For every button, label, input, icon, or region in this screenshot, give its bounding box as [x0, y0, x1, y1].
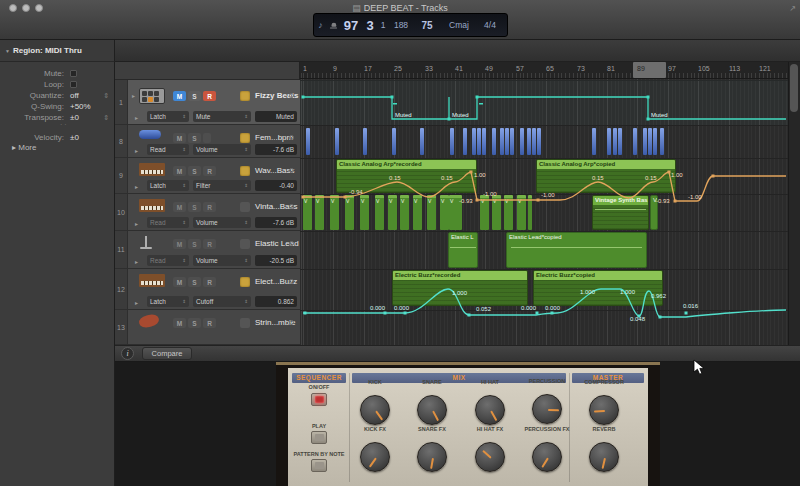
minimize-window-icon[interactable] — [22, 4, 30, 12]
solo-button[interactable]: S — [188, 318, 201, 328]
automation-mode-select[interactable]: Read⇕ — [147, 255, 189, 266]
record-enable-button[interactable]: R — [203, 318, 216, 328]
mute-button[interactable]: M — [173, 202, 186, 212]
mute-button[interactable]: M — [173, 318, 186, 328]
automation-value[interactable]: -20.5 dB — [255, 255, 297, 266]
region-classic-analog-arp-recorded[interactable]: Classic Analog Arp*recorded — [336, 159, 477, 193]
midi-region-chip[interactable] — [528, 195, 532, 230]
record-enable-button[interactable]: R — [203, 202, 216, 212]
midi-region-chip[interactable]: V — [492, 195, 501, 230]
midi-region-chip[interactable]: V — [449, 195, 462, 230]
sequencer-play-button[interactable] — [311, 431, 327, 444]
track-header-elastic-lead[interactable]: 11MSRElastic Lead▸Read⇕Volume⇕-20.5 dB — [115, 231, 300, 269]
midi-region-chip[interactable]: V — [440, 195, 449, 230]
region-param-row[interactable]: Q-Swing:+50% — [0, 101, 115, 112]
automation-mode-select[interactable]: Latch⇕ — [147, 111, 189, 122]
automation-icon[interactable] — [240, 202, 250, 212]
snare-knob[interactable] — [417, 395, 447, 425]
reverb-knob[interactable] — [589, 442, 619, 472]
midi-region-chip[interactable]: V — [517, 195, 526, 230]
automation-icon[interactable] — [240, 239, 250, 249]
more-disclosure[interactable]: ▸ More — [12, 143, 36, 152]
region-elastic-l[interactable]: Elastic L — [448, 232, 478, 268]
midi-region-chip[interactable]: V — [303, 195, 312, 230]
track-header-fizzy-beats[interactable]: 1▸MSRFizzy Beats▸Latch⇕Mute⇕Muted — [115, 80, 300, 125]
track-disclosure-icon[interactable]: ▸ — [132, 92, 135, 99]
automation-icon[interactable] — [240, 277, 250, 287]
mute-button[interactable]: M — [173, 277, 186, 287]
percussion-knob[interactable] — [532, 394, 562, 424]
region-inspector-header[interactable]: ▼ Region: MIDI Thru — [0, 40, 115, 62]
plugin-info-button[interactable]: i — [121, 347, 134, 360]
automation-icon[interactable] — [240, 133, 250, 143]
track-header-fem-bpm[interactable]: 8MSFem...bpm▸Read⇕Volume⇕-7.6 dB — [115, 125, 300, 158]
midi-region-chip[interactable]: V — [345, 195, 354, 230]
track-header-elect-buzz[interactable]: 12MSRElect...Buzz▸Latch⇕Cutoff⇕0.862 — [115, 269, 300, 310]
lcd-bar[interactable]: 97 — [339, 18, 363, 33]
lcd-display[interactable]: ♪ 97 3 1 188 75 Cmaj 4/4 — [313, 13, 508, 37]
record-enable-button[interactable]: R — [203, 239, 216, 249]
lcd-div[interactable]: 1 — [377, 20, 389, 30]
automation-param-select[interactable]: Mute⇕ — [193, 111, 251, 122]
automation-value[interactable]: -0.40 — [255, 180, 297, 191]
solo-button[interactable]: S — [188, 277, 201, 287]
midi-region-chip[interactable]: V — [400, 195, 409, 230]
bar-ruler[interactable]: 191725334149576573818997105113121 — [300, 62, 788, 79]
automation-disclosure-icon[interactable]: ▸ — [135, 147, 138, 154]
solo-button[interactable]: S — [188, 133, 201, 143]
solo-button[interactable]: S — [188, 202, 201, 212]
close-window-icon[interactable] — [9, 4, 17, 12]
automation-icon[interactable] — [240, 166, 250, 176]
region-electric-buzz-copied[interactable]: Electric Buzz*copied — [533, 270, 663, 306]
param-value[interactable]: ±0 — [70, 113, 79, 122]
mute-button[interactable]: M — [173, 239, 186, 249]
compare-button[interactable]: Compare — [142, 347, 192, 360]
kick-knob[interactable] — [360, 395, 390, 425]
midi-region-chip[interactable]: V — [330, 195, 339, 230]
lcd-beat[interactable]: 3 — [363, 18, 377, 33]
region-vintage-synth-bas[interactable]: Vintage Synth Bas — [592, 195, 649, 230]
record-enable-button[interactable]: R — [203, 166, 216, 176]
automation-disclosure-icon[interactable]: ▸ — [135, 299, 138, 306]
region-v[interactable]: V — [650, 195, 658, 230]
zoom-window-icon[interactable] — [35, 4, 43, 12]
lcd-tempo[interactable]: 75 — [413, 20, 441, 31]
mute-button[interactable]: M — [173, 91, 186, 101]
region-param-row[interactable]: Transpose:±0⇕ — [0, 112, 115, 123]
midi-region-chip[interactable]: V — [315, 195, 324, 230]
midi-region-chip[interactable]: V — [413, 195, 422, 230]
percussion-fx-knob[interactable] — [532, 442, 562, 472]
stepper-icon[interactable]: ⇕ — [103, 92, 109, 100]
automation-param-select[interactable]: Volume⇕ — [193, 255, 251, 266]
region-classic-analog-arp-copied[interactable]: Classic Analog Arp*copied — [536, 159, 676, 193]
solo-button[interactable]: S — [188, 166, 201, 176]
mute-button[interactable]: M — [173, 166, 186, 176]
region-elastic-lead-copied[interactable]: Elastic Lead*copied — [506, 232, 647, 268]
automation-mode-select[interactable]: Read⇕ — [147, 217, 189, 228]
automation-mode-select[interactable]: Read⇕ — [147, 144, 189, 155]
midi-region-chip[interactable]: V — [375, 195, 384, 230]
region-param-row[interactable]: Mute: — [0, 68, 115, 79]
param-checkbox[interactable] — [70, 70, 77, 77]
record-enable-button[interactable]: R — [203, 91, 216, 101]
stepper-icon[interactable]: ⇕ — [103, 114, 109, 122]
lcd-key[interactable]: Cmaj — [441, 20, 477, 30]
solo-button[interactable]: S — [188, 91, 201, 101]
region-param-row[interactable]: Velocity:±0 — [0, 132, 115, 143]
solo-button[interactable]: S — [188, 239, 201, 249]
region-param-row[interactable]: Loop: — [0, 79, 115, 90]
hi-hat-knob[interactable] — [475, 395, 505, 425]
automation-disclosure-icon[interactable]: ▸ — [135, 258, 138, 265]
param-value[interactable]: ±0 — [70, 133, 79, 142]
midi-region-chip[interactable]: V — [427, 195, 436, 230]
automation-param-select[interactable]: Cutoff⇕ — [193, 296, 251, 307]
midi-region-chip[interactable]: V — [504, 195, 513, 230]
region-param-row[interactable]: Quantize:off⇕ — [0, 90, 115, 101]
record-enable-button[interactable]: R — [203, 277, 216, 287]
automation-param-select[interactable]: Filter⇕ — [193, 180, 251, 191]
fullscreen-icon[interactable]: ↗ — [789, 4, 796, 13]
automation-icon[interactable] — [240, 318, 250, 328]
midi-region-chip[interactable]: V — [480, 195, 489, 230]
arrange-area[interactable]: 191725334149576573818997105113121 VVVVVV… — [300, 62, 788, 345]
track-header-strin-mble[interactable]: 13MSRStrin...mble — [115, 310, 300, 345]
